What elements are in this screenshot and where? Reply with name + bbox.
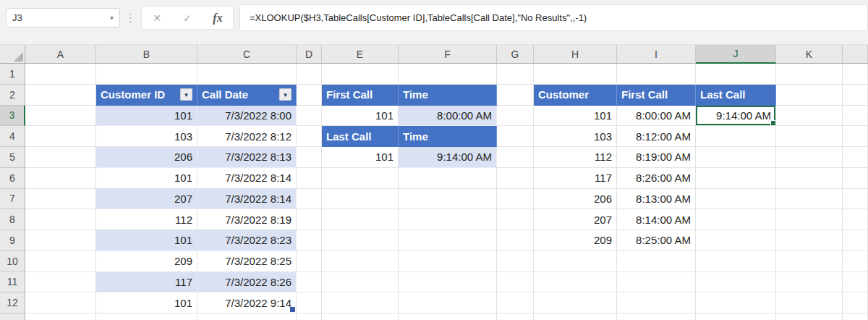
- cell-D10[interactable]: [297, 251, 322, 272]
- cell-C6[interactable]: 7/3/2022 8:14: [197, 168, 297, 189]
- cell-H5[interactable]: 112: [534, 147, 617, 168]
- cell-D2[interactable]: [297, 85, 322, 106]
- cell-I7[interactable]: 8:13:00 AM: [617, 189, 696, 210]
- row-header-12[interactable]: 12: [0, 292, 25, 313]
- cell-I12[interactable]: [617, 292, 696, 313]
- cell-E12[interactable]: [322, 292, 399, 313]
- cell-G6[interactable]: [497, 168, 534, 189]
- cell-I13[interactable]: [617, 313, 696, 320]
- cell-E7[interactable]: [322, 189, 399, 210]
- row-header-3[interactable]: 3: [0, 106, 25, 127]
- cell-L7[interactable]: [843, 189, 868, 210]
- cell-L9[interactable]: [843, 230, 868, 251]
- cell-F9[interactable]: [399, 230, 497, 251]
- cell-K9[interactable]: [776, 230, 843, 251]
- cell-J11[interactable]: [696, 272, 776, 293]
- cell-L6[interactable]: [843, 168, 868, 189]
- cell-J1[interactable]: [696, 64, 776, 85]
- cell-F7[interactable]: [399, 189, 497, 210]
- cell-D5[interactable]: [297, 147, 322, 168]
- cell-I2[interactable]: First Call: [617, 85, 696, 106]
- cell-I1[interactable]: [617, 64, 696, 85]
- cell-I4[interactable]: 8:12:00 AM: [617, 126, 696, 147]
- cell-D8[interactable]: [297, 209, 322, 230]
- cell-H4[interactable]: 103: [534, 126, 617, 147]
- column-header-B[interactable]: B: [96, 45, 197, 64]
- formula-bar[interactable]: =XLOOKUP($H3,TableCalls[Customer ID],Tab…: [239, 4, 868, 31]
- cell-C8[interactable]: 7/3/2022 8:19: [197, 209, 297, 230]
- cell-G8[interactable]: [497, 209, 534, 230]
- cell-G3[interactable]: [497, 106, 534, 127]
- cell-B10[interactable]: 209: [96, 251, 197, 272]
- cell-G12[interactable]: [497, 292, 534, 313]
- cell-B8[interactable]: 112: [96, 209, 197, 230]
- cell-K10[interactable]: [776, 251, 843, 272]
- row-header-2[interactable]: 2: [0, 85, 25, 106]
- cell-A10[interactable]: [25, 251, 96, 272]
- cell-E1[interactable]: [322, 64, 399, 85]
- cell-B12[interactable]: 101: [96, 292, 197, 313]
- cell-K1[interactable]: [776, 64, 843, 85]
- cell-J12[interactable]: [696, 292, 776, 313]
- cell-L3[interactable]: [843, 106, 868, 127]
- cell-F6[interactable]: [399, 168, 497, 189]
- cell-H13[interactable]: [534, 313, 617, 320]
- cell-C2[interactable]: Call Date▾: [197, 85, 297, 106]
- column-header-K[interactable]: K: [776, 45, 843, 64]
- cell-K5[interactable]: [776, 147, 843, 168]
- cell-J6[interactable]: [696, 168, 776, 189]
- cell-H1[interactable]: [534, 64, 617, 85]
- cell-K11[interactable]: [776, 272, 843, 293]
- cell-H2[interactable]: Customer: [534, 85, 617, 106]
- cell-L4[interactable]: [843, 126, 868, 147]
- cell-F5[interactable]: 9:14:00 AM: [399, 147, 497, 168]
- cell-D4[interactable]: [297, 126, 322, 147]
- cell-C7[interactable]: 7/3/2022 8:14: [197, 189, 297, 210]
- column-header-H[interactable]: H: [534, 45, 617, 64]
- cell-H11[interactable]: [534, 272, 617, 293]
- cell-B5[interactable]: 206: [96, 147, 197, 168]
- cell-L5[interactable]: [843, 147, 868, 168]
- cell-A5[interactable]: [25, 147, 96, 168]
- cell-F11[interactable]: [399, 272, 497, 293]
- cell-H10[interactable]: [534, 251, 617, 272]
- cell-B11[interactable]: 117: [96, 272, 197, 293]
- cell-E13[interactable]: [322, 313, 399, 320]
- cell-E5[interactable]: 101: [322, 147, 399, 168]
- cell-H9[interactable]: 209: [534, 230, 617, 251]
- cell-F13[interactable]: [399, 313, 497, 320]
- row-header-10[interactable]: 10: [0, 251, 25, 272]
- cell-D11[interactable]: [297, 272, 322, 293]
- cell-C13[interactable]: [197, 313, 297, 320]
- cell-B6[interactable]: 101: [96, 168, 197, 189]
- cell-I8[interactable]: 8:14:00 AM: [617, 209, 696, 230]
- cell-F10[interactable]: [399, 251, 497, 272]
- cell-F3[interactable]: 8:00:00 AM: [399, 106, 497, 127]
- cell-I9[interactable]: 8:25:00 AM: [617, 230, 696, 251]
- cell-J8[interactable]: [696, 209, 776, 230]
- cell-F2[interactable]: Time: [399, 85, 497, 106]
- column-header-D[interactable]: D: [297, 45, 322, 64]
- cell-K12[interactable]: [776, 292, 843, 313]
- column-header-I[interactable]: I: [617, 45, 696, 64]
- row-header-9[interactable]: 9: [0, 230, 25, 251]
- cell-B2[interactable]: Customer ID▾: [96, 85, 197, 106]
- cell-E4[interactable]: Last Call: [322, 126, 399, 147]
- cell-I10[interactable]: [617, 251, 696, 272]
- cell-J10[interactable]: [696, 251, 776, 272]
- row-header-4[interactable]: 4: [0, 126, 25, 147]
- cell-G13[interactable]: [497, 313, 534, 320]
- cell-J2[interactable]: Last Call: [696, 85, 776, 106]
- cell-A8[interactable]: [25, 209, 96, 230]
- name-box-dropdown-icon[interactable]: ▾: [110, 14, 114, 22]
- cell-E2[interactable]: First Call: [322, 85, 399, 106]
- cell-H7[interactable]: 206: [534, 189, 617, 210]
- cell-A13[interactable]: [25, 313, 96, 320]
- cell-J3[interactable]: 9:14:00 AM: [696, 106, 776, 127]
- cell-J5[interactable]: [696, 147, 776, 168]
- row-header-8[interactable]: 8: [0, 209, 25, 230]
- cell-D13[interactable]: [297, 313, 322, 320]
- column-header-C[interactable]: C: [197, 45, 297, 64]
- cell-F1[interactable]: [399, 64, 497, 85]
- cell-H12[interactable]: [534, 292, 617, 313]
